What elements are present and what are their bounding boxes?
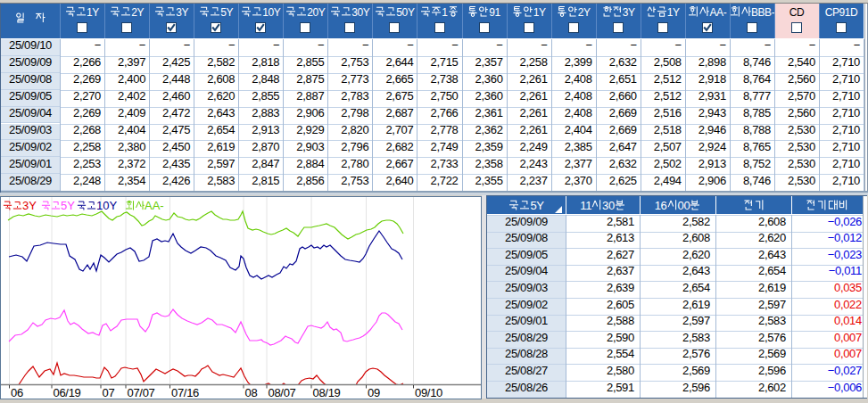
svg-text:07/16: 07/16 (171, 386, 199, 399)
svg-text:09: 09 (368, 386, 380, 399)
svg-text:06: 06 (11, 386, 23, 399)
svg-text:08/19: 08/19 (313, 386, 341, 399)
svg-text:07/07: 07/07 (128, 386, 155, 399)
svg-text:08: 08 (245, 386, 258, 399)
svg-text:08/07: 08/07 (269, 386, 296, 399)
svg-text:06/19: 06/19 (54, 386, 81, 399)
svg-text:09/10: 09/10 (415, 386, 442, 399)
svg-text:07: 07 (103, 386, 115, 399)
